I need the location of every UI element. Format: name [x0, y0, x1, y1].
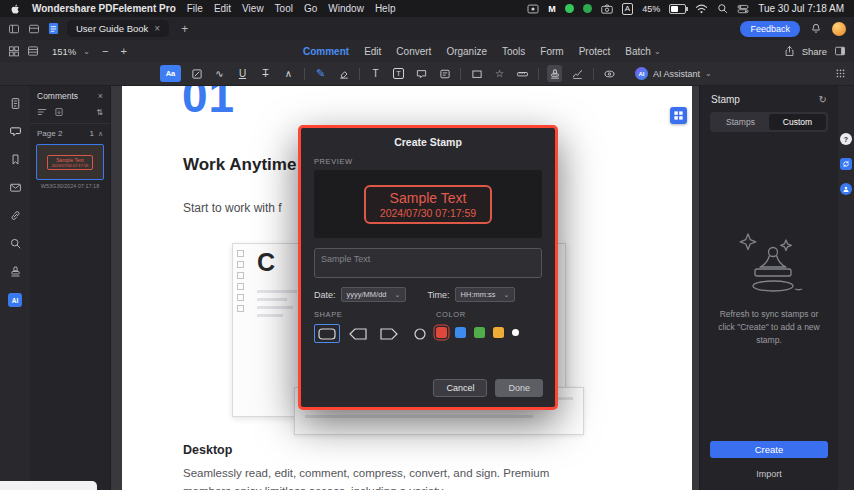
zoom-chevron-icon[interactable]: ⌄ [83, 47, 90, 56]
color-blue-swatch[interactable] [455, 327, 466, 338]
menu-tool[interactable]: Tool [275, 3, 293, 14]
text-box-tool-button[interactable]: T [391, 65, 406, 82]
thumbnails-panel-icon[interactable] [9, 97, 22, 110]
hide-annotations-eye-icon[interactable] [602, 65, 617, 82]
account-avatar[interactable] [832, 22, 846, 36]
bookmarks-panel-icon[interactable] [9, 153, 22, 166]
comments-page-group[interactable]: Page 2 1 ∧ [30, 124, 110, 143]
right-panel-toggle-icon[interactable] [834, 45, 846, 57]
document-tab[interactable]: User Guide Book × [67, 20, 169, 37]
sticky-note-tool-button[interactable] [437, 65, 452, 82]
zoom-level[interactable]: 151% [52, 46, 76, 57]
time-format-select[interactable]: HH:mm:ss ⌄ [455, 287, 516, 302]
link-panel-icon[interactable] [9, 209, 22, 222]
measure-tool-button[interactable] [515, 65, 530, 82]
help-chat-icon[interactable]: ? [840, 133, 852, 145]
sort-comments-icon[interactable]: ⇅ [96, 108, 103, 117]
shape-tag-left-button[interactable] [345, 324, 371, 343]
done-button[interactable]: Done [495, 379, 543, 397]
zoom-in-button[interactable]: + [120, 45, 126, 57]
close-comments-panel-icon[interactable]: × [98, 91, 103, 101]
tab-close-icon[interactable]: × [154, 24, 160, 34]
menu-file[interactable]: File [187, 3, 203, 14]
menu-go[interactable]: Go [304, 3, 317, 14]
tab-organize[interactable]: Organize [446, 46, 487, 57]
date-format-select[interactable]: yyyy/MM/dd ⌄ [341, 287, 407, 302]
comments-panel-icon[interactable] [9, 125, 22, 138]
shape-tag-right-button[interactable] [376, 324, 402, 343]
underline-tool-button[interactable]: U [235, 65, 250, 82]
tab-batch[interactable]: Batch ⌄ [625, 46, 660, 57]
search-panel-icon[interactable] [9, 237, 22, 250]
strikethrough-tool-button[interactable]: T [258, 65, 273, 82]
tab-stamps[interactable]: Stamps [712, 114, 769, 130]
cloud-sync-icon[interactable] [840, 158, 852, 170]
tab-edit[interactable]: Edit [364, 46, 381, 57]
notifications-bell-icon[interactable] [810, 22, 822, 35]
zoom-out-button[interactable]: − [102, 45, 108, 57]
tab-protect[interactable]: Protect [579, 46, 611, 57]
apple-menu-icon[interactable] [10, 3, 21, 15]
menu-view[interactable]: View [242, 3, 264, 14]
page-layout-icon[interactable] [27, 45, 39, 57]
tab-custom[interactable]: Custom [769, 114, 826, 130]
tab-form[interactable]: Form [540, 46, 563, 57]
stamp-text-input[interactable] [314, 248, 542, 278]
camera-icon[interactable] [601, 4, 613, 14]
share-icon[interactable] [784, 45, 795, 57]
wechat-status-icon[interactable] [565, 4, 574, 13]
collapse-group-icon[interactable]: ∧ [98, 130, 103, 138]
stamps-panel-icon[interactable] [9, 265, 22, 278]
history-icon[interactable] [28, 23, 40, 35]
app-menu-title[interactable]: Wondershare PDFelement Pro [32, 3, 176, 14]
apps-grid-icon[interactable] [835, 68, 846, 79]
ai-assistant-button[interactable]: AI AI Assistant ⌄ [635, 67, 712, 80]
highlight-tool-button[interactable]: Aa [160, 65, 181, 82]
signature-tool-button[interactable] [570, 65, 585, 82]
color-white-swatch[interactable] [512, 329, 519, 336]
tab-tools[interactable]: Tools [502, 46, 525, 57]
caret-tool-button[interactable]: ∧ [281, 65, 296, 82]
quick-tools-button[interactable] [670, 107, 687, 124]
mail-m-icon[interactable]: M [548, 4, 556, 14]
green-status-icon[interactable] [583, 4, 592, 13]
create-stamp-button[interactable]: Create [710, 441, 828, 458]
callout-tool-button[interactable] [414, 65, 429, 82]
control-center-icon[interactable] [737, 4, 749, 14]
area-highlight-tool-button[interactable] [189, 65, 204, 82]
menu-edit[interactable]: Edit [214, 3, 231, 14]
expand-comments-icon[interactable] [37, 107, 47, 117]
star-tool-button[interactable]: ☆ [492, 65, 507, 82]
ai-sidebar-icon[interactable]: AI [8, 293, 22, 307]
spotlight-search-icon[interactable] [717, 3, 728, 14]
menubar-clock[interactable]: Tue 30 Jul 7:18 AM [758, 3, 844, 14]
shape-tool-button[interactable] [469, 65, 484, 82]
text-comment-tool-button[interactable]: T [368, 65, 383, 82]
color-green-swatch[interactable] [474, 327, 485, 338]
refresh-stamps-icon[interactable]: ↻ [819, 94, 827, 105]
eraser-tool-button[interactable] [336, 65, 351, 82]
import-stamp-button[interactable]: Import [700, 469, 838, 479]
thumbnail-panel-toggle-icon[interactable] [8, 45, 20, 57]
tab-comment[interactable]: Comment [303, 46, 349, 57]
screen-record-icon[interactable] [527, 4, 539, 14]
color-yellow-swatch[interactable] [493, 327, 504, 338]
color-red-swatch[interactable] [436, 327, 447, 338]
profile-icon[interactable] [840, 183, 852, 195]
comment-thumbnail[interactable]: Sample Text 2024/07/30 07:17:59 [36, 144, 104, 180]
share-label[interactable]: Share [802, 46, 827, 57]
export-comments-icon[interactable] [54, 107, 64, 117]
squiggly-underline-tool-button[interactable]: ∿ [212, 65, 227, 82]
new-tab-button[interactable]: + [181, 22, 188, 36]
tab-convert[interactable]: Convert [396, 46, 431, 57]
pencil-tool-button[interactable]: ✎ [313, 65, 328, 82]
input-source-icon[interactable]: A [622, 3, 633, 15]
window-controls-icon[interactable] [8, 23, 20, 35]
menu-window[interactable]: Window [328, 3, 364, 14]
cancel-button[interactable]: Cancel [433, 379, 487, 397]
feedback-button[interactable]: Feedback [740, 21, 800, 37]
shape-rounded-rect-button[interactable] [314, 324, 340, 343]
menu-help[interactable]: Help [375, 3, 396, 14]
stamp-tool-button[interactable] [547, 65, 562, 82]
shape-circle-button[interactable] [407, 324, 433, 343]
